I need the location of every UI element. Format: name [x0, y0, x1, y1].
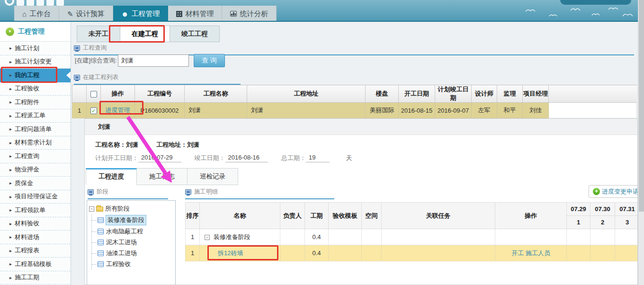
sidebar-item-pm-deposit[interactable]: ▸ 项目经理保证金: [0, 190, 71, 204]
sidebar-item-construction-period[interactable]: ▸ 施工工期: [0, 271, 71, 285]
tree-node-preparation-stage[interactable]: 装修准备阶段: [92, 214, 173, 226]
bullet-icon: ▸: [9, 234, 12, 240]
progress-change-request-button[interactable]: + 进度变更申请: [589, 185, 638, 198]
sidebar-item-construction-plan[interactable]: ▸ 施工计划: [0, 42, 71, 55]
tab-not-started[interactable]: 未开工: [77, 26, 120, 42]
vertical-scrollbar[interactable]: [638, 0, 644, 285]
bullet-icon: ▸: [9, 167, 12, 172]
project-info-line: 工程名称：刘潇 工程地址：刘潇: [95, 141, 199, 149]
collapse-icon[interactable]: −: [89, 206, 94, 212]
workers-link[interactable]: 施工人员: [526, 249, 550, 257]
table-icon: [98, 250, 104, 256]
collapse-icon[interactable]: −: [205, 235, 210, 240]
panel-header: 刘潇: [85, 119, 637, 135]
tree-node-label: 工程验收: [106, 260, 131, 268]
sidebar-item-plan-change[interactable]: ▸ 施工计划变更: [0, 55, 71, 69]
tab-construction-log[interactable]: 施工日志: [137, 168, 188, 185]
cell-day: [590, 229, 615, 245]
search-button[interactable]: 查 询: [194, 54, 225, 67]
col-action: 操作: [495, 203, 567, 229]
col-owner: 负责人: [280, 203, 305, 229]
row-checkbox[interactable]: ✓: [90, 107, 97, 114]
search-input[interactable]: [118, 54, 189, 67]
select-all-checkbox[interactable]: [90, 91, 97, 98]
cell-action: 开工 施工人员: [495, 245, 567, 261]
sidebar-item-material-entry[interactable]: ▸ 材料进场: [0, 231, 71, 244]
sidebar-item-warranty[interactable]: ▸ 质保金: [0, 177, 71, 190]
cell-space: [362, 229, 382, 245]
sidebar-item-project-query[interactable]: ▸ 工程查询: [0, 150, 71, 163]
cell-address: 刘潇: [247, 103, 366, 118]
tab-inspection-records[interactable]: 巡检记录: [188, 168, 238, 185]
top-header-band: ⌂ 工作台 ✎ 设计预算 ☻ 工程管理 材料管理 统计分析: [0, 0, 644, 22]
start-work-link[interactable]: 开工: [511, 249, 524, 257]
tab-completed[interactable]: 竣工工程: [170, 26, 220, 42]
nav-tab-project-management[interactable]: ☻ 工程管理: [113, 6, 169, 22]
tree-node-painting[interactable]: 油漆工进场: [92, 248, 173, 258]
cell-order: 1: [186, 245, 200, 261]
stage-tree-panel: − 所有阶段 装修准备阶段 水电隐蔽工程 泥木工进场: [87, 200, 176, 285]
sidebar-item-issue-list[interactable]: ▸ 工程问题清单: [0, 123, 71, 136]
tree-node-label: 装修准备阶段: [106, 215, 146, 225]
folder-icon: [96, 206, 103, 212]
sidebar-item-reports[interactable]: ▸ 工程报表: [0, 244, 71, 258]
sidebar-item-acceptance[interactable]: ▸ 工程验收: [0, 82, 71, 96]
cell-order: 1: [186, 229, 200, 245]
sidebar-item-property-deposit[interactable]: ▸ 物业押金: [0, 163, 71, 177]
cell-day: [590, 245, 615, 261]
nav-tab-workbench[interactable]: ⌂ 工作台: [14, 6, 59, 22]
sidebar-item-material-acceptance[interactable]: ▸ 材料验收: [0, 217, 71, 231]
nav-tab-label: 材料管理: [185, 9, 214, 18]
sidebar: ▼ 工程管理 ▸ 施工计划 ▸ 施工计划变更 ▸ 我的工程 ▸ 工程验收 ▸ 工…: [0, 22, 71, 285]
col-building: 楼盘: [366, 85, 399, 103]
sidebar-item-base-template[interactable]: ▸ 工程基础模板: [0, 258, 71, 271]
section-title: 施工明细: [194, 188, 218, 196]
cell-space: [362, 245, 382, 261]
bullet-icon: ▸: [9, 113, 12, 118]
col-name: 名称: [200, 203, 280, 229]
nav-tab-design-budget[interactable]: ✎ 设计预算: [59, 6, 113, 22]
nav-tab-statistics[interactable]: 统计分析: [222, 6, 277, 22]
nav-tab-label: 设计预算: [76, 9, 105, 18]
bullet-icon: ▸: [9, 207, 12, 213]
sidebar-item-material-demand[interactable]: ▸ 材料需求计划: [0, 136, 71, 150]
sidebar-item-dispatch[interactable]: ▸ 工程派工单: [0, 109, 71, 123]
sidebar-header[interactable]: ▼ 工程管理: [0, 22, 71, 42]
screen-icon: [88, 189, 94, 195]
sidebar-item-label: 项目经理保证金: [15, 192, 58, 201]
table-row[interactable]: 1 ✓ 进度管理 P1606030002 刘潇 刘潇 美丽国际 2016-08-…: [72, 103, 637, 118]
sidebar-item-attachments[interactable]: ▸ 工程附件: [0, 96, 71, 109]
col-supervisor: 监理: [497, 85, 523, 103]
progress-management-link[interactable]: 进度管理: [106, 107, 130, 114]
cell-manager: 刘佳: [523, 103, 549, 118]
nav-tab-material-management[interactable]: 材料管理: [168, 6, 222, 22]
tree-node-carpentry[interactable]: 泥木工进场: [92, 237, 173, 248]
schedule-row-task[interactable]: 1 拆12砖墙 0.4 开工 施工人员: [186, 245, 638, 261]
tab-in-progress[interactable]: 在建工程: [120, 26, 170, 42]
col-space: 空间: [362, 203, 382, 229]
panel-title: 刘潇: [85, 123, 110, 131]
bullet-icon: ▸: [9, 86, 12, 91]
tree-node-acceptance[interactable]: 工程验收: [92, 258, 173, 269]
sidebar-title: 工程管理: [18, 27, 45, 36]
scrollbar-thumb[interactable]: [639, 0, 644, 212]
cell-supervisor: 和平: [497, 103, 523, 118]
bullet-icon: ▸: [9, 99, 12, 105]
table-icon: [98, 240, 104, 245]
col-action: 操作: [101, 85, 135, 103]
cell-owner: [280, 245, 305, 261]
tab-project-progress[interactable]: 工程进度: [86, 168, 137, 185]
tree-node-hydropower[interactable]: 水电隐蔽工程: [92, 226, 173, 237]
cell-building: 美丽国际: [366, 103, 399, 118]
cell-action: 进度管理: [101, 103, 135, 118]
tree-node-label: 泥木工进场: [106, 238, 137, 247]
cell-duration: 0.4: [305, 229, 329, 245]
schedule-section-header: 施工明细: [185, 188, 334, 199]
sidebar-item-payment-slip[interactable]: ▸ 工程领款单: [0, 204, 71, 217]
tree-root-all-stages[interactable]: − 所有阶段: [89, 205, 173, 213]
duration-label: 总工期：: [281, 154, 306, 162]
schedule-row-group[interactable]: 1 − 装修准备阶段 0.4: [186, 229, 638, 245]
task-name-link[interactable]: 拆12砖墙: [218, 249, 243, 257]
stage-group-label: 装修准备阶段: [214, 233, 250, 240]
sidebar-item-my-projects[interactable]: ▸ 我的工程: [0, 69, 71, 82]
